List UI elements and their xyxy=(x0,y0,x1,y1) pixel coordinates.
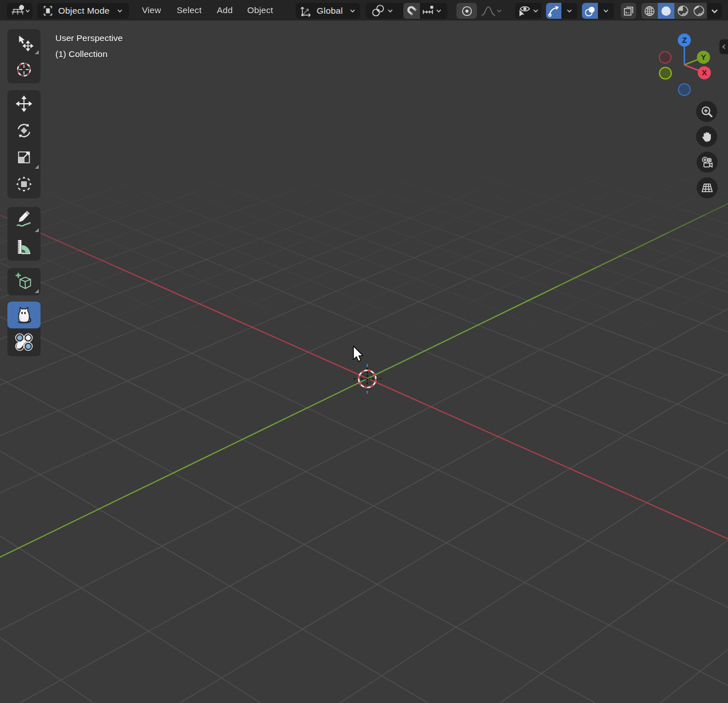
svg-text:Z: Z xyxy=(682,36,686,44)
svg-text:Y: Y xyxy=(701,53,706,62)
svg-text:X: X xyxy=(702,68,707,77)
